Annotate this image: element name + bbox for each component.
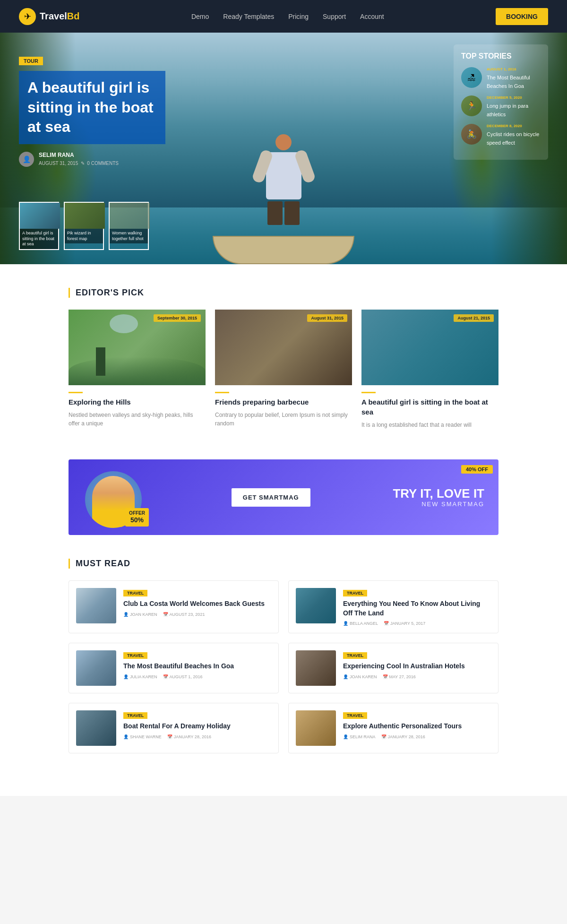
editor-card-body-3: A beautiful girl is sitting in the boat … (361, 385, 498, 436)
nav-ready-templates[interactable]: Ready Templates (223, 13, 274, 20)
nav-support[interactable]: Support (323, 13, 346, 20)
must-read-meta-3: 👤 JULIA KAREN 📅 AUGUST 1, 2016 (123, 674, 234, 679)
travel-badge-6: TRAVEL (343, 712, 367, 719)
editors-pick-section: EDITOR'S PICK September 30, 2015 Explori… (69, 288, 498, 436)
get-smartmag-button[interactable]: GET SMARTMAG (232, 488, 310, 507)
must-read-card-title-6: Explore Authentic Personalized Tours (343, 722, 462, 731)
hero-thumb-3[interactable]: Women walking together full shot (109, 202, 149, 250)
promo-offer-badge: OFFER 50% (125, 508, 149, 527)
must-read-meta-1: 👤 JOAN KAREN 📅 AUGUST 23, 2021 (123, 612, 265, 617)
must-read-title: MUST READ (69, 559, 498, 569)
editor-card-2[interactable]: August 31, 2015 Friends preparing barbec… (215, 310, 352, 436)
must-read-img-1 (76, 588, 116, 623)
hero-thumbnails: A beautiful girl is sitting in the boat … (19, 202, 149, 250)
main-content: EDITOR'S PICK September 30, 2015 Explori… (0, 264, 567, 796)
top-story-text-2: Long jump in para athletics (487, 103, 528, 117)
top-stories-box: TOP STORIES 🏖 AUGUST 1, 2016 The Most Be… (454, 44, 548, 160)
hero-thumb-2[interactable]: Pik wizard in forest map (64, 202, 104, 250)
editor-card-1[interactable]: September 30, 2015 Exploring the Hills N… (69, 310, 206, 436)
thumb-img-1 (20, 203, 60, 229)
promo-figure: OFFER 50% (83, 464, 149, 530)
must-read-meta-5: 👤 SHANE WARNE 📅 JANUARY 28, 2016 (123, 734, 231, 739)
travel-badge-4: TRAVEL (343, 652, 367, 659)
editor-card-bar-2 (215, 392, 229, 393)
editor-card-title-3: A beautiful girl is sitting in the boat … (361, 397, 498, 417)
top-story-2[interactable]: 🏃 DECEMBER 5, 2020 Long jump in para ath… (461, 95, 541, 118)
must-read-card-title-5: Boat Rental For A Dreamy Holiday (123, 722, 231, 731)
top-story-img-1: 🏖 (461, 67, 482, 88)
logo-icon: ✈ (19, 8, 36, 25)
thumb-caption-3: Women walking together full shot (110, 229, 148, 243)
author-avatar: 👤 (19, 152, 34, 167)
editor-date-1: September 30, 2015 (154, 314, 201, 322)
must-read-card-2[interactable]: TRAVEL Everything You Need To Know About… (288, 580, 498, 633)
top-story-info-1: AUGUST 1, 2016 The Most Beautiful Beache… (487, 67, 541, 90)
must-read-body-3: TRAVEL The Most Beautiful Beaches In Goa… (123, 650, 234, 679)
top-story-img-3: 🚴 (461, 124, 482, 145)
author-meta: AUGUST 31, 2015 ✎ 0 COMMENTS (39, 161, 119, 166)
must-read-body-6: TRAVEL Explore Authentic Personalized To… (343, 710, 462, 739)
top-story-date-1: AUGUST 1, 2016 (487, 67, 541, 71)
top-story-date-2: DECEMBER 5, 2020 (487, 95, 541, 100)
must-read-img-3 (76, 650, 116, 686)
travel-badge-5: TRAVEL (123, 712, 147, 719)
must-read-card-3[interactable]: TRAVEL The Most Beautiful Beaches In Goa… (69, 643, 279, 693)
top-story-info-3: DECEMBER 8, 2020 Cyclist rides on bicycl… (487, 124, 541, 147)
must-read-card-title-3: The Most Beautiful Beaches In Goa (123, 662, 234, 671)
editor-card-bar-1 (69, 392, 83, 393)
editor-card-text-1: Nestled between valleys and sky-high pea… (69, 411, 206, 428)
must-read-img-4 (296, 650, 336, 686)
must-read-body-4: TRAVEL Experiencing Cool In Australian H… (343, 650, 465, 679)
author-name: SELIM RANA (39, 152, 119, 158)
must-read-body-2: TRAVEL Everything You Need To Know About… (343, 588, 491, 626)
nav-demo[interactable]: Demo (191, 13, 209, 20)
promo-banner: 40% OFF OFFER 50% GET SMARTMAG TRY IT, L… (69, 459, 498, 535)
top-story-3[interactable]: 🚴 DECEMBER 8, 2020 Cyclist rides on bicy… (461, 124, 541, 147)
travel-badge-3: TRAVEL (123, 652, 147, 659)
travel-badge-1: TRAVEL (123, 590, 147, 596)
editor-card-body-2: Friends preparing barbecue Contrary to p… (215, 385, 352, 434)
nav-links: Demo Ready Templates Pricing Support Acc… (191, 13, 384, 20)
must-read-card-5[interactable]: TRAVEL Boat Rental For A Dreamy Holiday … (69, 703, 279, 753)
must-read-card-title-1: Club La Costa World Welcomes Back Guests (123, 599, 265, 609)
editor-date-3: August 21, 2015 (454, 314, 494, 322)
travel-badge-2: TRAVEL (343, 590, 367, 596)
must-read-body-1: TRAVEL Club La Costa World Welcomes Back… (123, 588, 265, 617)
hero-thumb-1[interactable]: A beautiful girl is sitting in the boat … (19, 202, 59, 250)
booking-button[interactable]: BOOKING (496, 8, 548, 25)
editor-card-title-2: Friends preparing barbecue (215, 397, 352, 407)
thumb-caption-2: Pik wizard in forest map (65, 229, 103, 243)
logo-text: TravelBd (40, 11, 80, 22)
must-read-meta-2: 👤 BELLA ANGEL 📅 JANUARY 5, 2017 (343, 621, 491, 626)
must-read-img-6 (296, 710, 336, 746)
must-read-meta-4: 👤 JOAN KAREN 📅 MAY 27, 2016 (343, 674, 465, 679)
top-story-1[interactable]: 🏖 AUGUST 1, 2016 The Most Beautiful Beac… (461, 67, 541, 90)
must-read-grid: TRAVEL Club La Costa World Welcomes Back… (69, 580, 498, 753)
must-read-body-5: TRAVEL Boat Rental For A Dreamy Holiday … (123, 710, 231, 739)
editor-date-2: August 31, 2015 (307, 314, 347, 322)
must-read-img-2 (296, 588, 336, 623)
promo-right: TRY IT, LOVE IT NEW SMARTMAG (393, 487, 484, 508)
navbar: ✈ TravelBd Demo Ready Templates Pricing … (0, 0, 567, 33)
nav-pricing[interactable]: Pricing (288, 13, 309, 20)
must-read-card-1[interactable]: TRAVEL Club La Costa World Welcomes Back… (69, 580, 279, 633)
thumb-caption-1: A beautiful girl is sitting in the boat … (20, 229, 58, 249)
author-info: SELIM RANA AUGUST 31, 2015 ✎ 0 COMMENTS (39, 152, 119, 167)
editor-card-text-2: Contrary to popular belief, Lorem Ipsum … (215, 411, 352, 428)
logo[interactable]: ✈ TravelBd (19, 8, 80, 25)
editor-card-img-3: August 21, 2015 (361, 310, 498, 385)
must-read-card-4[interactable]: TRAVEL Experiencing Cool In Australian H… (288, 643, 498, 693)
must-read-card-6[interactable]: TRAVEL Explore Authentic Personalized To… (288, 703, 498, 753)
top-story-text-1: The Most Beautiful Beaches In Goa (487, 75, 530, 89)
nav-account[interactable]: Account (360, 13, 384, 20)
thumb-img-2 (65, 203, 105, 229)
top-stories-title: TOP STORIES (461, 52, 541, 60)
editors-pick-title: EDITOR'S PICK (69, 288, 498, 298)
editor-card-img-2: August 31, 2015 (215, 310, 352, 385)
promo-tagline: TRY IT, LOVE IT (393, 487, 484, 501)
editor-card-3[interactable]: August 21, 2015 A beautiful girl is sitt… (361, 310, 498, 436)
must-read-meta-6: 👤 SELIM RANA 📅 JANUARY 28, 2016 (343, 734, 462, 739)
top-story-date-3: DECEMBER 8, 2020 (487, 124, 541, 128)
editor-card-body-1: Exploring the Hills Nestled between vall… (69, 385, 206, 434)
must-read-card-title-4: Experiencing Cool In Australian Hotels (343, 662, 465, 671)
